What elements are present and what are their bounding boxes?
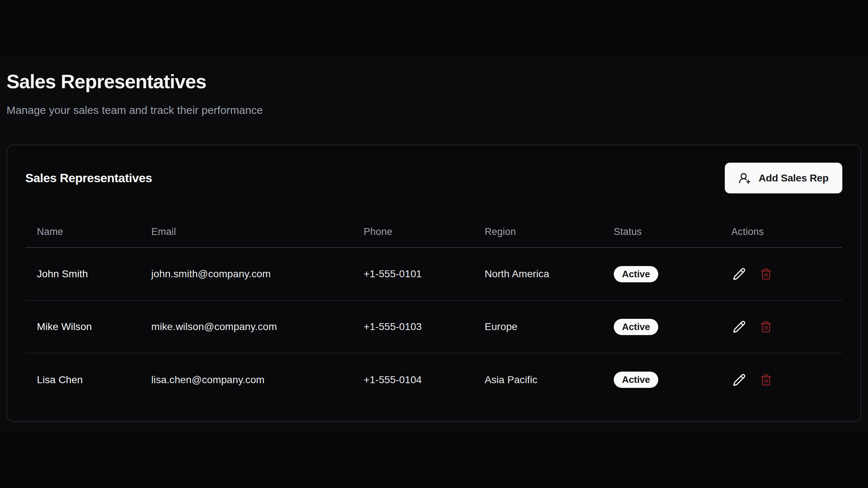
cell-actions [720,353,842,406]
delete-button[interactable] [758,319,774,335]
cell-region: Asia Pacific [473,353,602,406]
page-title: Sales Representatives [7,69,861,93]
cell-region: North America [473,248,602,300]
column-header-status: Status [602,193,720,248]
cell-phone: +1-555-0104 [352,353,473,406]
column-header-name: Name [25,193,140,248]
add-sales-rep-label: Add Sales Rep [759,172,829,184]
sales-reps-card: Sales Representatives Add Sales Rep [7,145,861,422]
card-header: Sales Representatives Add Sales Rep [25,163,842,193]
row-actions [731,266,842,282]
cell-region: Europe [473,300,602,353]
user-round-plus-icon [739,172,751,184]
sales-reps-table: Name Email Phone Region Status Actions J… [25,193,842,406]
delete-button[interactable] [758,266,774,282]
table-row: Lisa Chen lisa.chen@company.com +1-555-0… [25,353,842,406]
cell-name: John Smith [25,248,140,300]
trash-icon [760,374,772,386]
edit-button[interactable] [731,319,747,335]
edit-button[interactable] [731,372,747,388]
cell-status: Active [602,353,720,406]
sales-representatives-page: Sales Representatives Manage your sales … [0,0,868,422]
pencil-icon [733,320,746,333]
cell-phone: +1-555-0103 [352,300,473,353]
column-header-region: Region [473,193,602,248]
status-badge: Active [614,319,658,335]
column-header-phone: Phone [352,193,473,248]
page-subtitle: Manage your sales team and track their p… [7,103,861,118]
cell-email: john.smith@company.com [140,248,352,300]
table-header: Name Email Phone Region Status Actions [25,193,842,248]
pencil-icon [733,373,746,386]
cell-phone: +1-555-0101 [352,248,473,300]
trash-icon [760,268,772,280]
delete-button[interactable] [758,372,774,388]
column-header-actions: Actions [720,193,842,248]
cell-actions [720,248,842,300]
card-title: Sales Representatives [25,171,152,185]
edit-button[interactable] [731,266,747,282]
trash-icon [760,321,772,333]
table-row: John Smith john.smith@company.com +1-555… [25,248,842,300]
table-row: Mike Wilson mike.wilson@company.com +1-5… [25,300,842,353]
add-sales-rep-button[interactable]: Add Sales Rep [725,163,842,193]
status-badge: Active [614,372,658,388]
row-actions [731,319,842,335]
cell-name: Lisa Chen [25,353,140,406]
column-header-email: Email [140,193,352,248]
cell-actions [720,300,842,353]
cell-name: Mike Wilson [25,300,140,353]
cell-email: lisa.chen@company.com [140,353,352,406]
cell-status: Active [602,248,720,300]
cell-status: Active [602,300,720,353]
cell-email: mike.wilson@company.com [140,300,352,353]
row-actions [731,372,842,388]
status-badge: Active [614,266,658,282]
pencil-icon [733,267,746,281]
